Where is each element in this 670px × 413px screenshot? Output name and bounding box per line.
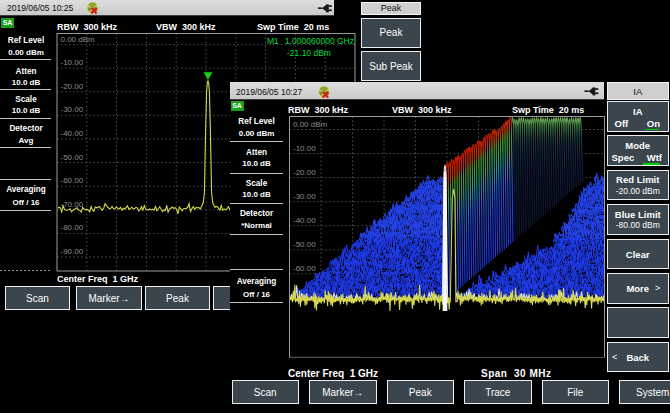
svg-text:-80.00: -80.00 bbox=[61, 223, 84, 232]
svg-text:-10.00: -10.00 bbox=[61, 58, 84, 67]
svg-text:-40.00: -40.00 bbox=[293, 216, 316, 225]
svg-text:-90.00: -90.00 bbox=[61, 247, 84, 256]
svg-text:-21.10 dBm: -21.10 dBm bbox=[287, 48, 331, 58]
svg-text:-30.00: -30.00 bbox=[293, 192, 316, 201]
svg-text:-30.00: -30.00 bbox=[61, 105, 84, 114]
svg-text:-60.00: -60.00 bbox=[61, 176, 84, 185]
svg-text:-10.00: -10.00 bbox=[293, 144, 316, 153]
svg-text:-60.00: -60.00 bbox=[293, 264, 316, 273]
svg-text:0.00 dBm: 0.00 dBm bbox=[293, 120, 328, 129]
svg-text:M1: M1 bbox=[267, 36, 279, 46]
svg-text:1.000060000 GHz: 1.000060000 GHz bbox=[285, 36, 354, 46]
svg-text:-50.00: -50.00 bbox=[293, 240, 316, 249]
svg-text:-40.00: -40.00 bbox=[61, 129, 84, 138]
svg-text:-20.00: -20.00 bbox=[61, 82, 84, 91]
svg-text:-20.00: -20.00 bbox=[293, 168, 316, 177]
svg-text:-50.00: -50.00 bbox=[61, 153, 84, 162]
svg-text:0.00 dBm: 0.00 dBm bbox=[61, 35, 96, 44]
